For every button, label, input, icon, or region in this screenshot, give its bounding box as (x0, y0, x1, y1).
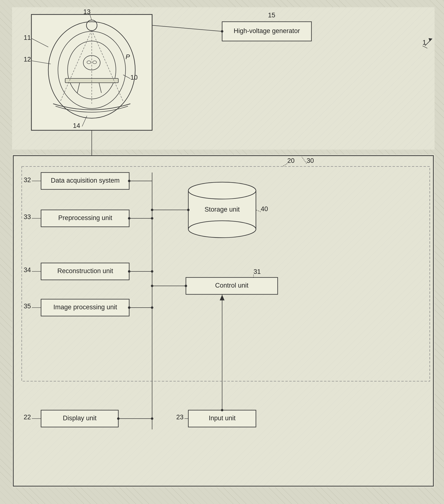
svg-point-85 (151, 285, 153, 287)
svg-text:30: 30 (307, 157, 314, 164)
svg-text:40: 40 (261, 205, 268, 213)
svg-text:Preprocessing unit: Preprocessing unit (58, 214, 112, 221)
svg-point-50 (188, 182, 256, 199)
svg-text:Image processing unit: Image processing unit (53, 304, 117, 311)
svg-point-94 (117, 417, 119, 420)
svg-text:High-voltage generator: High-voltage generator (234, 27, 300, 35)
svg-text:32: 32 (24, 176, 31, 184)
svg-point-77 (151, 270, 153, 273)
svg-point-83 (187, 209, 190, 211)
svg-text:11: 11 (24, 34, 31, 41)
svg-text:15: 15 (268, 12, 275, 19)
svg-text:Data acquisition system: Data acquisition system (51, 177, 119, 184)
svg-text:13: 13 (83, 8, 91, 16)
svg-text:Control unit: Control unit (215, 282, 249, 289)
svg-point-80 (151, 306, 153, 309)
svg-text:23: 23 (176, 414, 183, 421)
svg-text:20: 20 (287, 157, 294, 164)
svg-point-74 (151, 217, 153, 219)
svg-point-82 (151, 209, 153, 211)
svg-text:Display unit: Display unit (63, 414, 97, 422)
svg-text:12: 12 (24, 56, 31, 63)
svg-text:P: P (126, 53, 130, 61)
svg-point-24 (221, 30, 223, 33)
svg-text:Storage unit: Storage unit (205, 206, 240, 213)
svg-point-51 (188, 221, 256, 238)
svg-point-98 (221, 409, 223, 411)
svg-text:Input unit: Input unit (209, 414, 236, 422)
svg-point-79 (128, 306, 130, 309)
svg-text:31: 31 (253, 268, 261, 275)
svg-text:10: 10 (130, 74, 138, 81)
svg-text:33: 33 (24, 213, 31, 220)
svg-text:34: 34 (24, 266, 31, 274)
svg-point-86 (185, 285, 187, 287)
svg-text:Reconstruction unit: Reconstruction unit (57, 267, 113, 274)
svg-text:14: 14 (73, 122, 80, 129)
svg-point-73 (128, 217, 130, 219)
svg-point-76 (128, 270, 130, 273)
diagram-container: 13 11 12 P 10 14 15 1 (12, 7, 435, 495)
svg-text:35: 35 (24, 303, 31, 310)
svg-point-71 (128, 180, 130, 182)
svg-text:22: 22 (24, 414, 31, 421)
main-svg: 13 11 12 P 10 14 15 1 (12, 7, 435, 495)
